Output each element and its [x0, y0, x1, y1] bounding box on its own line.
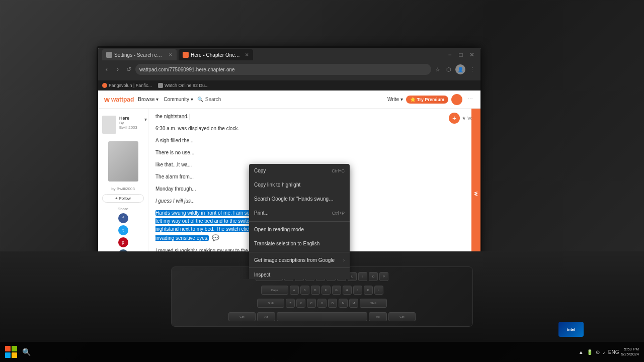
ctx-image-desc-label: Get image descriptions from Google	[254, 256, 335, 264]
taskbar-time-display: 5:53 PM	[621, 347, 639, 352]
line-2: 6:30 a.m. was displayed on the clock.	[155, 125, 473, 133]
back-button[interactable]: ‹	[102, 65, 111, 74]
taskbar-search-button[interactable]: 🔍	[21, 347, 31, 357]
windows-logo-button[interactable]	[5, 346, 17, 358]
bookmark-fanfic[interactable]: Fangsvolun | Fanfic...	[102, 83, 152, 88]
key-f: F	[321, 286, 331, 295]
ctx-print-shortcut: Ctrl+P	[332, 210, 345, 217]
sidebar-story: Here By Bwilli2003 ▾	[98, 113, 148, 137]
logo-text: wattpad	[111, 96, 134, 103]
browser-titlebar: Settings - Search engine ✕ Here - Chapte…	[98, 48, 480, 62]
tab-wattpad-close[interactable]: ✕	[245, 52, 249, 57]
tab-settings[interactable]: Settings - Search engine ✕	[102, 49, 177, 60]
follow-button[interactable]: + Follow	[102, 194, 144, 203]
key-v: V	[317, 299, 327, 308]
key-l: L	[374, 286, 383, 295]
comment-icon[interactable]: 💬	[212, 234, 219, 241]
taskbar-clock[interactable]: 5:53 PM 9/25/2024	[621, 347, 639, 357]
intel-badge: intel	[558, 322, 584, 337]
taskbar: 🔍 ▲ 🔋 ⊙ ♪ ENG 5:53 PM 9/25/2024	[0, 342, 644, 362]
wattpad-nav-links: Browse ▾ Community ▾	[138, 97, 193, 102]
ctx-copy-link[interactable]: Copy link to highlight	[249, 178, 350, 192]
key-x: X	[296, 299, 305, 308]
line-1: the nightstand.	[155, 113, 473, 121]
story-author: By Bwilli2003	[119, 121, 137, 130]
key-p: P	[379, 272, 388, 281]
context-menu: Copy Ctrl+C Copy link to highlight Searc…	[249, 164, 350, 279]
ctx-copy-shortcut: Ctrl+C	[332, 167, 345, 174]
ctx-copy-link-label: Copy link to highlight	[254, 181, 300, 189]
pinterest-share-button[interactable]: p	[118, 237, 128, 247]
key-ctrl-l: Ctrl	[228, 312, 256, 321]
wattpad-logo[interactable]: w wattpad	[104, 96, 134, 104]
nav-more-icon[interactable]: ⋯	[465, 95, 474, 104]
key-alt-l: Alt	[257, 312, 275, 321]
taskbar-right: ▲ 🔋 ⊙ ♪ ENG 5:53 PM 9/25/2024	[579, 347, 639, 357]
key-c: C	[307, 299, 316, 308]
ctx-inspect[interactable]: Inspect	[249, 267, 350, 279]
star-icon: ★	[462, 115, 466, 122]
restore-button[interactable]: □	[456, 50, 465, 59]
tray-battery-icon[interactable]: 🔋	[587, 349, 593, 355]
close-button[interactable]: ✕	[467, 50, 476, 59]
profile-icon[interactable]: 👤	[455, 64, 465, 74]
bookmark-fanfic-label: Fangsvolun | Fanfic...	[109, 83, 152, 88]
ctx-copy[interactable]: Copy Ctrl+C	[249, 164, 350, 178]
url-bar[interactable]: wattpad.com/775060991-here-chapter-one	[135, 64, 431, 75]
system-tray-icons: ▲ 🔋 ⊙ ♪ ENG	[579, 349, 619, 355]
key-j: J	[353, 286, 362, 295]
nav-avatar[interactable]	[451, 94, 462, 105]
ctx-search-google[interactable]: Search Google for "Hands swung wildly in…	[249, 192, 350, 206]
minimize-button[interactable]: −	[445, 50, 454, 59]
tab-settings-close[interactable]: ✕	[169, 52, 173, 57]
nav-community[interactable]: Community ▾	[164, 97, 193, 102]
search-bar[interactable]: 🔍 Search	[197, 97, 221, 102]
bookmarks-bar: Fangsvolun | Fanfic... Watch Online 92 D…	[98, 80, 480, 90]
bookmark-icon-2	[158, 83, 163, 88]
wattpad-favicon	[183, 52, 189, 58]
ctx-print[interactable]: Print... Ctrl+P	[249, 206, 350, 220]
reload-button[interactable]: ↺	[124, 65, 133, 74]
taskbar-start: 🔍	[5, 346, 31, 358]
key-k: K	[364, 286, 373, 295]
premium-button[interactable]: ⭐ Try Premium	[406, 96, 448, 104]
facebook-share-button[interactable]: f	[118, 213, 128, 223]
tray-arrow-icon[interactable]: ▲	[579, 349, 584, 355]
win-pane-green	[12, 346, 17, 351]
bookmark-icon[interactable]: ☆	[433, 65, 442, 74]
key-row-3: Shift Z X C V B N M Shift	[176, 298, 468, 309]
menu-icon[interactable]: ⋮	[467, 65, 476, 74]
story-info: Here By Bwilli2003	[119, 116, 137, 130]
ctx-print-label: Print...	[254, 209, 269, 217]
write-label: Write ▾	[387, 97, 403, 102]
browser-chrome: Settings - Search engine ✕ Here - Chapte…	[98, 48, 480, 80]
tab-settings-label: Settings - Search engine	[114, 52, 165, 58]
tab-wattpad-label: Here - Chapter One - Wattpad	[191, 52, 241, 58]
ctx-copy-label: Copy	[254, 167, 266, 175]
line-4: There is no use...	[155, 149, 473, 157]
write-button[interactable]: Write ▾	[387, 97, 403, 102]
premium-icon: ⭐	[410, 97, 416, 102]
key-s: S	[300, 286, 309, 295]
nightstand-word: nightstand	[164, 114, 187, 119]
key-i: I	[358, 272, 367, 281]
add-button[interactable]: +	[449, 113, 460, 124]
ctx-arrow-icon: ›	[343, 257, 345, 264]
follow-plus-icon: +	[115, 196, 118, 201]
search-label: Search	[205, 97, 221, 102]
twitter-share-button[interactable]: t	[118, 225, 128, 235]
ctx-inspect-label: Inspect	[254, 271, 270, 279]
tray-wifi-icon[interactable]: ⊙	[596, 349, 600, 355]
ctx-translate[interactable]: Translate selection to English	[249, 237, 350, 251]
ctx-image-desc[interactable]: Get image descriptions from Google ›	[249, 253, 350, 267]
story-title: Here	[119, 116, 137, 121]
nav-browse[interactable]: Browse ▾	[138, 97, 158, 102]
tray-sound-icon[interactable]: ♪	[603, 349, 605, 355]
bookmark-watch[interactable]: Watch Online 92 Du...	[158, 83, 209, 88]
forward-button[interactable]: ›	[113, 65, 122, 74]
ctx-reading-mode[interactable]: Open in reading mode	[249, 223, 350, 237]
nav-community-label: Community ▾	[164, 97, 193, 102]
screenshot-icon[interactable]: ⬡	[444, 65, 453, 74]
tab-wattpad[interactable]: Here - Chapter One - Wattpad ✕	[179, 49, 253, 60]
key-h: H	[343, 286, 352, 295]
